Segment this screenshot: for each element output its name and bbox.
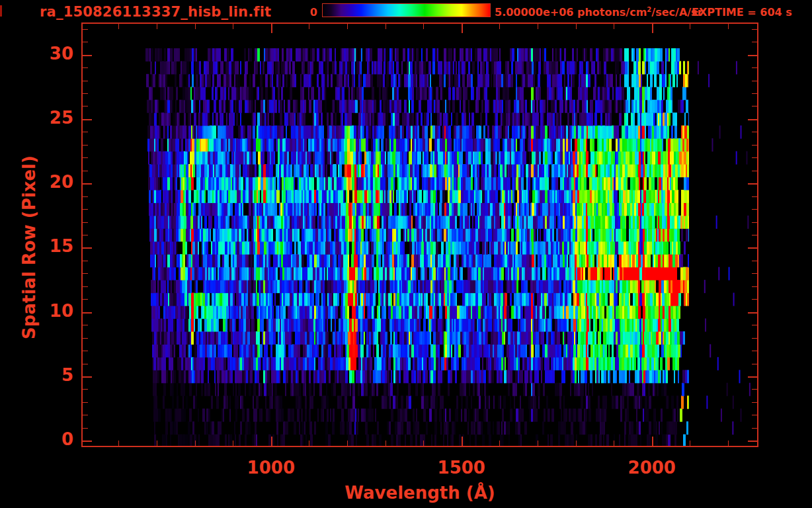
exptime-label: EXPTIME = 604 s — [692, 6, 792, 19]
axis-tick — [83, 106, 88, 106]
axis-tick — [83, 273, 88, 274]
axis-tick — [614, 441, 614, 446]
axis-tick — [83, 325, 88, 325]
axis-tick — [271, 24, 272, 33]
axis-tick — [83, 364, 88, 364]
axis-tick — [195, 441, 196, 446]
axis-tick — [752, 93, 757, 94]
axis-tick — [748, 441, 757, 442]
axis-tick — [576, 24, 577, 29]
axis-tick — [83, 209, 88, 210]
axis-tick — [752, 286, 757, 287]
axis-tick — [690, 441, 690, 446]
axis-tick — [83, 351, 88, 351]
axis-tick — [83, 441, 92, 442]
axis-tick — [83, 196, 88, 197]
axis-tick — [83, 402, 88, 403]
axis-tick — [748, 119, 757, 120]
axis-tick — [752, 261, 757, 261]
axis-tick — [752, 415, 757, 415]
axis-tick — [748, 183, 757, 185]
axis-tick — [752, 338, 757, 339]
axis-tick — [752, 171, 757, 171]
axis-tick — [752, 29, 757, 30]
axis-tick — [271, 437, 272, 446]
axis-tick — [83, 286, 88, 287]
axis-tick — [614, 24, 614, 29]
x-tick-label: 1500 — [415, 458, 508, 478]
axis-tick — [83, 119, 92, 120]
axis-tick — [118, 24, 119, 29]
flux-units-prefix: 5.00000e+06 photons/cm — [495, 6, 647, 19]
axis-tick — [386, 441, 386, 446]
axis-tick — [499, 441, 500, 446]
axis-tick — [748, 247, 757, 249]
axis-tick — [347, 441, 348, 446]
axis-tick — [347, 24, 348, 29]
axis-tick — [752, 209, 757, 210]
axis-tick — [83, 157, 88, 158]
axis-tick — [83, 338, 88, 339]
axis-tick — [83, 29, 88, 30]
y-tick-label: 10 — [31, 301, 73, 321]
axis-tick — [499, 24, 500, 29]
axis-tick — [752, 351, 757, 351]
axis-tick — [83, 312, 92, 314]
axis-tick — [83, 93, 88, 94]
axis-tick — [728, 24, 729, 29]
axis-tick — [233, 441, 233, 446]
axis-tick — [233, 24, 233, 29]
axis-tick — [83, 222, 88, 223]
axis-tick — [83, 376, 92, 378]
axis-tick — [690, 24, 690, 29]
axis-tick — [462, 437, 463, 446]
axis-tick — [538, 24, 538, 29]
axis-tick — [752, 222, 757, 223]
x-tick-label: 1000 — [225, 458, 317, 478]
axis-tick — [423, 441, 424, 446]
axis-tick — [462, 24, 463, 33]
axis-tick — [309, 24, 309, 29]
axis-tick — [83, 389, 88, 390]
axis-tick — [752, 196, 757, 197]
axis-tick — [538, 441, 538, 446]
axis-tick — [752, 389, 757, 390]
y-tick-label: 5 — [31, 365, 73, 385]
axis-tick — [423, 24, 424, 29]
axis-tick — [83, 428, 88, 429]
axis-tick — [752, 157, 757, 158]
x-axis-title: Wavelength (Å) — [345, 483, 495, 503]
axis-tick — [728, 441, 729, 446]
colorbar-max-label: 5.00000e+06 photons/cm2/sec/A/sr — [495, 6, 703, 19]
axis-tick — [309, 441, 309, 446]
axis-tick — [652, 437, 653, 446]
axis-tick — [752, 132, 757, 132]
axis-tick — [157, 441, 157, 446]
axis-tick — [386, 24, 386, 29]
axis-tick — [752, 67, 757, 68]
axis-tick — [576, 441, 577, 446]
axis-tick — [752, 325, 757, 325]
axis-tick — [752, 145, 757, 146]
axis-tick — [748, 312, 757, 314]
colorbar — [322, 3, 491, 17]
colorbar-min-label: 0 — [298, 6, 317, 19]
axis-tick — [752, 299, 757, 300]
axis-tick — [752, 402, 757, 403]
axis-tick — [83, 247, 92, 249]
axis-tick — [748, 376, 757, 378]
axis-tick — [752, 235, 757, 235]
axis-tick — [752, 273, 757, 274]
spectral-heatmap — [82, 23, 758, 446]
axis-tick — [83, 132, 88, 132]
window-edge-mark — [0, 5, 2, 17]
page-title: ra_150826113337_hisb_lin.fit — [40, 4, 271, 20]
axis-tick — [752, 81, 757, 81]
axis-tick — [195, 24, 196, 29]
axis-tick — [83, 299, 88, 300]
axis-tick — [83, 81, 88, 81]
axis-tick — [83, 261, 88, 261]
y-tick-label: 25 — [31, 108, 73, 128]
axis-tick — [752, 42, 757, 42]
y-tick-label: 0 — [31, 429, 73, 449]
